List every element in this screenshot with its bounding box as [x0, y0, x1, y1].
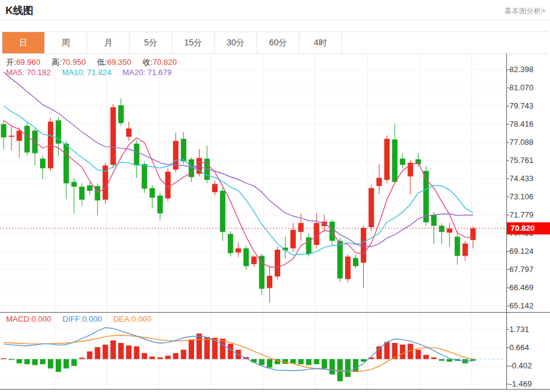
- page-title: K线图: [5, 4, 33, 18]
- tab-interval-2[interactable]: 月: [87, 32, 130, 53]
- tab-interval-0[interactable]: 日: [2, 32, 45, 53]
- tab-interval-1[interactable]: 周: [45, 32, 87, 53]
- tab-interval-6[interactable]: 60分: [257, 32, 300, 53]
- kline-chart-canvas[interactable]: [0, 0, 550, 392]
- last-price-value: 70.820: [511, 224, 535, 233]
- tab-interval-4[interactable]: 15分: [172, 32, 215, 53]
- interval-tabbar: 日周月5分15分30分60分4时: [2, 32, 548, 54]
- tab-interval-5[interactable]: 30分: [215, 32, 257, 53]
- fundamental-analysis-link[interactable]: 基本面分析>: [505, 6, 545, 16]
- page-header: K线图 基本面分析>: [0, 0, 550, 21]
- tab-interval-7[interactable]: 4时: [300, 32, 342, 53]
- last-price-marker: 70.820: [507, 222, 550, 234]
- tab-interval-3[interactable]: 5分: [130, 32, 172, 53]
